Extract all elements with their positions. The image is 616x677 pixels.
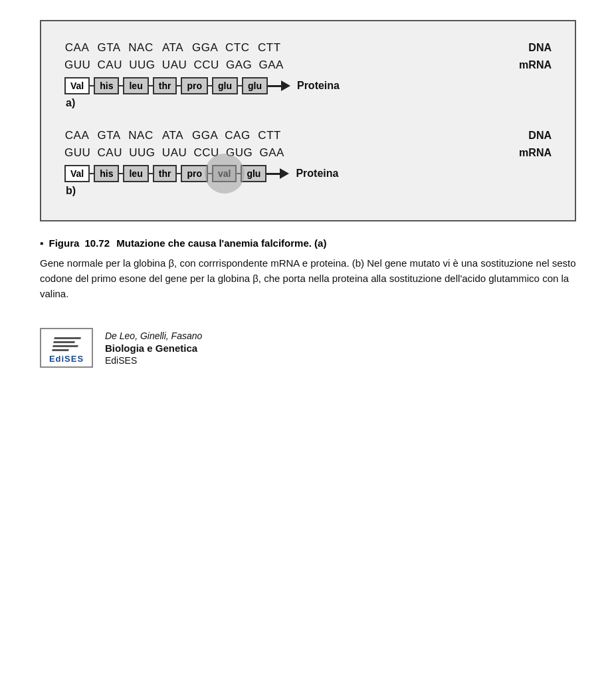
publisher-name: EdiSES: [105, 355, 202, 366]
protein-chain-b: Val his leu thr pro val glu: [64, 165, 289, 182]
logo-line: [54, 337, 81, 339]
mrna-row-a: GUU CAU UUG UAU CCU GAG GAA mRNA: [64, 59, 552, 72]
dna-row-b: CAA GTA NAC ATA GGA CAG CTT DNA: [64, 129, 552, 142]
figure-num: 10.72: [85, 237, 110, 249]
amino-acid-val-wrapper-b: val: [212, 165, 237, 182]
codon: NAC: [128, 41, 154, 55]
amino-acid-thr-a: thr: [153, 77, 177, 94]
logo-text: EdiSES: [49, 354, 84, 364]
section-a: CAA GTA NAC ATA GGA CTC CTT DNA GUU CAU …: [64, 41, 552, 109]
codon: CAG: [225, 129, 250, 142]
dna-row-a: CAA GTA NAC ATA GGA CTC CTT DNA: [64, 41, 552, 55]
codon: GAA: [258, 59, 284, 72]
logo-line: [52, 349, 69, 351]
amino-acid-his-a: his: [94, 77, 119, 94]
amino-acid-leu-b: leu: [123, 165, 148, 182]
amino-acid-his-b: his: [94, 165, 119, 182]
dna-label-b: DNA: [515, 130, 552, 142]
codon: GTA: [96, 129, 122, 142]
figure-caption: ▪ Figura 10.72 Mutazione che causa l'ane…: [40, 236, 576, 301]
codon: CAU: [97, 146, 122, 160]
amino-acid-glu2-a: glu: [242, 77, 268, 94]
publisher-info: De Leo, Ginelli, Fasano Biologia e Genet…: [105, 331, 202, 366]
codon: CAU: [97, 59, 122, 72]
amino-acid-glu1-a: glu: [212, 77, 238, 94]
codon: GTA: [96, 41, 122, 55]
codon: GUU: [64, 146, 90, 160]
codon: GUU: [64, 59, 90, 72]
logo-line: [52, 345, 78, 347]
figure-ref: Figura: [49, 237, 80, 249]
main-figure-box: CAA GTA NAC ATA GGA CTC CTT DNA GUU CAU …: [40, 20, 576, 221]
dna-label-a: DNA: [515, 42, 552, 54]
codon: GGA: [192, 41, 218, 55]
codon: CTT: [257, 129, 282, 142]
caption-body: Gene normale per la globina β, con corrr…: [40, 255, 576, 302]
chain-line: [266, 173, 280, 175]
amino-acid-val-a: Val: [64, 77, 90, 94]
amino-acid-val-b: Val: [64, 165, 90, 182]
codon: UUG: [129, 59, 155, 72]
codon: ATA: [160, 129, 185, 142]
codon: CAA: [64, 129, 90, 142]
mrna-codons-a: GUU CAU UUG UAU CCU GAG GAA: [64, 59, 515, 72]
codon: CCU: [194, 146, 219, 160]
dna-codons-b: CAA GTA NAC ATA GGA CAG CTT: [64, 129, 515, 142]
mrna-label-b: mRNA: [515, 147, 552, 159]
caption-title: ▪ Figura 10.72 Mutazione che causa l'ane…: [40, 236, 576, 251]
amino-acid-thr-b: thr: [153, 165, 177, 182]
codon: GAA: [259, 146, 284, 160]
protein-chain-a: Val his leu thr pro glu glu: [64, 77, 290, 94]
protein-row-a: Val his leu thr pro glu glu Proteina: [64, 77, 552, 94]
publisher-area: EdiSES De Leo, Ginelli, Fasano Biologia …: [40, 328, 576, 368]
codon: NAC: [128, 129, 154, 142]
codon: CAA: [64, 41, 90, 55]
section-label-a: a): [66, 97, 552, 109]
amino-acid-leu-a: leu: [123, 77, 148, 94]
protein-label-b: Proteina: [296, 168, 338, 180]
amino-acid-pro-a: pro: [181, 77, 208, 94]
amino-acid-pro-b: pro: [181, 165, 208, 182]
figure-icon: ▪: [40, 237, 43, 249]
protein-label-a: Proteina: [297, 80, 340, 92]
chain-arrow: [281, 80, 290, 91]
codon: GGA: [192, 129, 218, 142]
section-label-b: b): [66, 185, 552, 197]
dna-codons-a: CAA GTA NAC ATA GGA CTC CTT: [64, 41, 515, 55]
amino-acid-val-mut-b: val: [212, 165, 237, 182]
codon: UAU: [162, 146, 187, 160]
publisher-book-title: Biologia e Genetica: [105, 342, 202, 354]
codon: CCU: [194, 59, 219, 72]
mrna-codons-b: GUU CAU UUG UAU CCU GUG GAA: [64, 146, 515, 160]
protein-row-b: Val his leu thr pro val glu: [64, 165, 552, 182]
caption-title-text: Mutazione che causa l'anemia falciforme.…: [116, 237, 326, 249]
logo-lines: [52, 337, 81, 351]
mrna-label-a: mRNA: [515, 59, 552, 71]
codon: GAG: [226, 59, 252, 72]
publisher-authors: De Leo, Ginelli, Fasano: [105, 331, 202, 341]
codon: UAU: [162, 59, 187, 72]
publisher-logo: EdiSES: [40, 328, 93, 368]
codon: CTT: [257, 41, 282, 55]
section-b: CAA GTA NAC ATA GGA CAG CTT DNA GUU CAU …: [64, 129, 552, 197]
codon: GUG: [226, 146, 253, 160]
codon: UUG: [129, 146, 155, 160]
logo-line: [53, 341, 75, 343]
chain-line: [268, 85, 281, 87]
amino-acid-glu-b: glu: [241, 165, 266, 182]
chain-arrow: [280, 168, 289, 179]
mrna-row-b: GUU CAU UUG UAU CCU GUG GAA mRNA: [64, 146, 552, 160]
codon: ATA: [160, 41, 185, 55]
codon: CTC: [225, 41, 250, 55]
